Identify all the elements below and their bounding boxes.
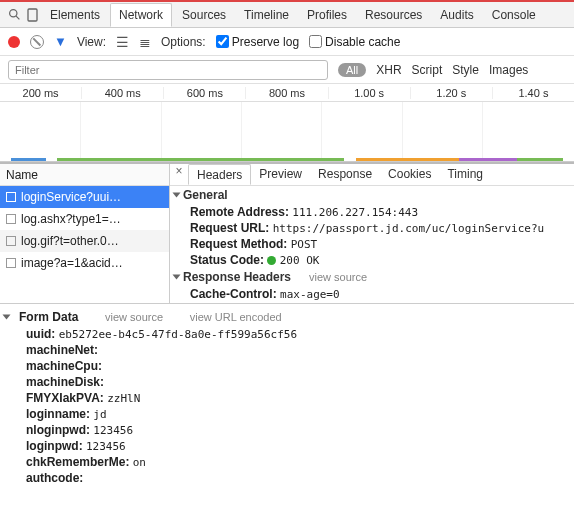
svg-point-0	[9, 10, 16, 17]
response-headers-section[interactable]: Response Headers view source	[170, 268, 574, 286]
preserve-log-label: Preserve log	[232, 35, 299, 49]
request-row[interactable]: log.ashx?type1=…	[0, 208, 169, 230]
disable-cache-label: Disable cache	[325, 35, 400, 49]
request-url: Request URL: https://passport.jd.com/uc/…	[170, 220, 574, 236]
form-field: machineNet:	[0, 342, 574, 358]
tab-preview[interactable]: Preview	[251, 164, 310, 185]
request-name: log.ashx?type1=…	[21, 212, 121, 226]
time-tick: 800 ms	[245, 87, 327, 99]
form-field: machineCpu:	[0, 358, 574, 374]
timeline-overview: 200 ms 400 ms 600 ms 800 ms 1.00 s 1.20 …	[0, 84, 574, 164]
general-section[interactable]: General	[170, 186, 574, 204]
device-icon[interactable]	[24, 8, 40, 22]
filter-input[interactable]	[8, 60, 328, 80]
disclosure-icon	[173, 275, 181, 280]
tab-audits[interactable]: Audits	[432, 4, 481, 26]
time-tick: 1.40 s	[492, 87, 574, 99]
request-row[interactable]: image?a=1&acid…	[0, 252, 169, 274]
form-field: loginname: jd	[0, 406, 574, 422]
view-source-link[interactable]: view source	[105, 311, 163, 323]
disclosure-icon	[3, 315, 11, 320]
tab-elements[interactable]: Elements	[42, 4, 108, 26]
time-tick: 400 ms	[81, 87, 163, 99]
devtools-tabs: Elements Network Sources Timeline Profil…	[0, 2, 574, 28]
tab-response[interactable]: Response	[310, 164, 380, 185]
request-row[interactable]: loginService?uui…	[0, 186, 169, 208]
waterfall-icon[interactable]: ≣	[139, 34, 151, 50]
form-field: authcode:	[0, 470, 574, 486]
form-field: uuid: eb5272ee-b4c5-47fd-8a0e-ff599a56cf…	[0, 326, 574, 342]
request-name: image?a=1&acid…	[21, 256, 123, 270]
preserve-log-checkbox[interactable]: Preserve log	[216, 35, 299, 49]
filter-style[interactable]: Style	[452, 63, 479, 77]
form-field: nloginpwd: 123456	[0, 422, 574, 438]
detail-tabs: × Headers Preview Response Cookies Timin…	[170, 164, 574, 186]
request-type-icon	[6, 192, 16, 202]
view-url-encoded-link[interactable]: view URL encoded	[190, 311, 282, 323]
time-tick: 600 ms	[163, 87, 245, 99]
status-dot-icon	[267, 256, 276, 265]
preserve-log-input[interactable]	[216, 35, 229, 48]
form-data-header[interactable]: Form Data view source view URL encoded	[0, 308, 574, 326]
filter-images[interactable]: Images	[489, 63, 528, 77]
request-name: log.gif?t=other.0…	[21, 234, 119, 248]
form-field: loginpwd: 123456	[0, 438, 574, 454]
request-detail: × Headers Preview Response Cookies Timin…	[170, 164, 574, 303]
tab-console[interactable]: Console	[484, 4, 544, 26]
clear-icon[interactable]	[30, 35, 44, 49]
options-label: Options:	[161, 35, 206, 49]
time-tick: 200 ms	[0, 87, 81, 99]
status-code: Status Code: 200 OK	[170, 252, 574, 268]
tab-cookies[interactable]: Cookies	[380, 164, 439, 185]
tab-sources[interactable]: Sources	[174, 4, 234, 26]
filter-row: All XHR Script Style Images	[0, 56, 574, 84]
svg-line-1	[16, 16, 19, 19]
time-tick: 1.00 s	[328, 87, 410, 99]
disable-cache-input[interactable]	[309, 35, 322, 48]
form-field: chkRememberMe: on	[0, 454, 574, 470]
disclosure-icon	[173, 193, 181, 198]
filter-xhr[interactable]: XHR	[376, 63, 401, 77]
request-row[interactable]: log.gif?t=other.0…	[0, 230, 169, 252]
time-tick: 1.20 s	[410, 87, 492, 99]
record-icon[interactable]	[8, 36, 20, 48]
request-list: Name loginService?uui… log.ashx?type1=… …	[0, 164, 170, 303]
cache-control: Cache-Control: max-age=0	[170, 286, 574, 302]
form-field: FMYXIakPVA: zzHlN	[0, 390, 574, 406]
filter-all[interactable]: All	[338, 63, 366, 77]
large-rows-icon[interactable]: ☰	[116, 34, 129, 50]
tab-headers[interactable]: Headers	[188, 164, 251, 185]
network-split: Name loginService?uui… log.ashx?type1=… …	[0, 164, 574, 304]
disable-cache-checkbox[interactable]: Disable cache	[309, 35, 400, 49]
tab-timing[interactable]: Timing	[439, 164, 491, 185]
filter-icon[interactable]: ▼	[54, 34, 67, 49]
svg-rect-2	[28, 9, 37, 21]
form-field: machineDisk:	[0, 374, 574, 390]
request-type-icon	[6, 214, 16, 224]
request-method: Request Method: POST	[170, 236, 574, 252]
general-title: General	[183, 188, 228, 202]
request-type-icon	[6, 258, 16, 268]
filter-script[interactable]: Script	[412, 63, 443, 77]
name-column-header[interactable]: Name	[0, 164, 169, 186]
search-icon[interactable]	[6, 8, 22, 21]
remote-address: Remote Address: 111.206.227.154:443	[170, 204, 574, 220]
overview-chart[interactable]	[0, 102, 574, 162]
close-icon[interactable]: ×	[170, 164, 188, 185]
response-headers-title: Response Headers	[183, 270, 291, 284]
tab-resources[interactable]: Resources	[357, 4, 430, 26]
tab-profiles[interactable]: Profiles	[299, 4, 355, 26]
request-name: loginService?uui…	[21, 190, 121, 204]
tab-timeline[interactable]: Timeline	[236, 4, 297, 26]
view-label: View:	[77, 35, 106, 49]
network-toolbar: ▼ View: ☰ ≣ Options: Preserve log Disabl…	[0, 28, 574, 56]
form-data-section: Form Data view source view URL encoded u…	[0, 304, 574, 492]
form-data-title: Form Data	[19, 310, 78, 324]
view-source-link[interactable]: view source	[309, 271, 367, 283]
time-labels: 200 ms 400 ms 600 ms 800 ms 1.00 s 1.20 …	[0, 84, 574, 102]
request-type-icon	[6, 236, 16, 246]
tab-network[interactable]: Network	[110, 3, 172, 27]
